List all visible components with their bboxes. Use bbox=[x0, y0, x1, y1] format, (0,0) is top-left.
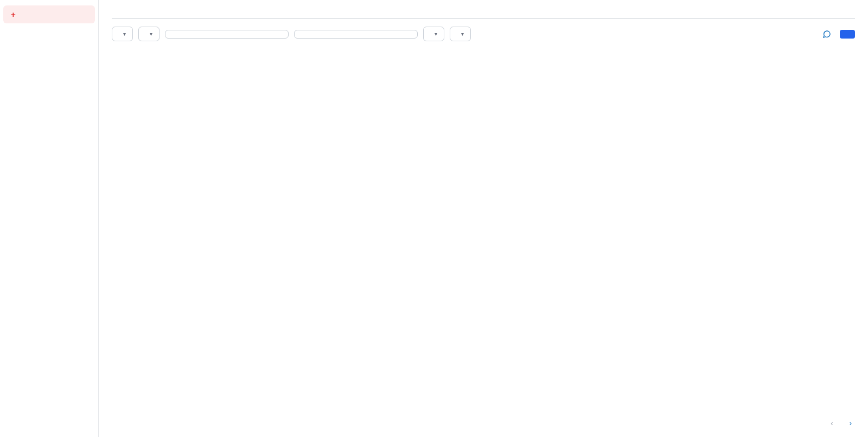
runs-chart bbox=[112, 49, 578, 125]
plus-icon: + bbox=[11, 10, 16, 19]
errorcode-filter[interactable]: ▾ bbox=[450, 27, 471, 41]
send-feedback-link[interactable] bbox=[822, 30, 834, 39]
chevron-down-icon: ▾ bbox=[123, 31, 126, 37]
sidebar: + bbox=[0, 0, 99, 437]
runas-filter[interactable]: ▾ bbox=[138, 27, 159, 41]
stacked-bar-chart bbox=[112, 49, 578, 119]
end-date-input[interactable] bbox=[294, 30, 418, 39]
chevron-down-icon: ▾ bbox=[150, 31, 152, 37]
pagination: ‹ › bbox=[112, 414, 855, 427]
job-filter[interactable]: ▾ bbox=[112, 27, 133, 41]
runs-table bbox=[112, 131, 855, 414]
chat-icon bbox=[822, 30, 831, 39]
chevron-right-icon[interactable]: › bbox=[850, 419, 852, 427]
error-codes-panel bbox=[603, 49, 855, 125]
runstatus-filter[interactable]: ▾ bbox=[423, 27, 444, 41]
chevron-down-icon: ▾ bbox=[435, 31, 437, 37]
start-date-input[interactable] bbox=[165, 30, 289, 39]
chevron-down-icon: ▾ bbox=[461, 31, 464, 37]
tabs bbox=[112, 18, 855, 19]
filter-toolbar: ▾ ▾ ▾ ▾ bbox=[112, 27, 855, 41]
create-job-button[interactable] bbox=[840, 30, 855, 39]
new-button[interactable]: + bbox=[3, 5, 95, 23]
chevron-left-icon[interactable]: ‹ bbox=[831, 419, 833, 427]
main: ▾ ▾ ▾ ▾ ‹ › bbox=[99, 0, 868, 437]
